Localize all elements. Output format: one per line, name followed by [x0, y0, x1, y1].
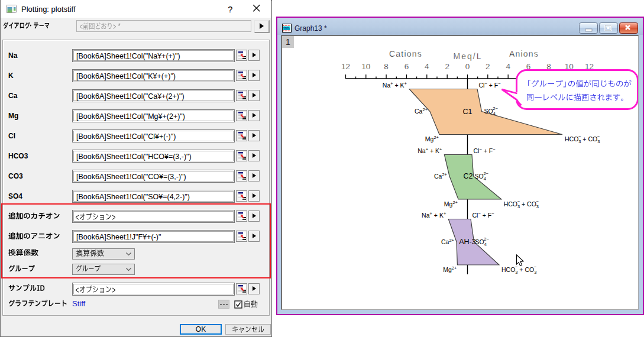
svg-text:12: 12 [341, 62, 350, 71]
svg-text:4: 4 [506, 62, 510, 71]
svg-text:Mg2+: Mg2+ [425, 135, 439, 142]
svg-text:HCO3− + CO3−: HCO3− + CO3− [565, 134, 600, 144]
svg-text:Cl− + F−: Cl− + F− [474, 147, 496, 154]
svg-text:10: 10 [361, 62, 370, 71]
svg-text:Na+ + K+: Na+ + K+ [422, 211, 446, 219]
svg-text:Cl− + F−: Cl− + F− [479, 81, 501, 89]
svg-text:Anions: Anions [509, 49, 539, 59]
svg-text:Meq/L: Meq/L [454, 51, 483, 61]
svg-text:8: 8 [384, 62, 389, 71]
svg-text:6: 6 [404, 62, 409, 71]
svg-text:AH-3: AH-3 [459, 238, 476, 246]
svg-text:2: 2 [445, 62, 449, 71]
svg-text:0: 0 [465, 62, 470, 71]
svg-text:Cl− + F−: Cl− + F− [473, 211, 495, 219]
svg-text:Cations: Cations [389, 49, 422, 59]
svg-text:4: 4 [425, 62, 429, 71]
svg-text:C2: C2 [464, 172, 473, 180]
svg-text:Ca2+: Ca2+ [441, 238, 455, 245]
svg-text:Mg2+: Mg2+ [444, 200, 458, 208]
svg-text:Ca2+: Ca2+ [415, 107, 428, 115]
svg-text:HCO3− + CO3−: HCO3− + CO3− [504, 199, 539, 209]
svg-text:C1: C1 [463, 108, 473, 116]
svg-text:2: 2 [486, 62, 490, 71]
svg-text:Na+ + K+: Na+ + K+ [383, 81, 407, 89]
svg-text:Mg2+: Mg2+ [443, 265, 457, 273]
svg-text:Na+ + K+: Na+ + K+ [418, 147, 442, 154]
svg-text:Ca2+: Ca2+ [434, 172, 448, 180]
